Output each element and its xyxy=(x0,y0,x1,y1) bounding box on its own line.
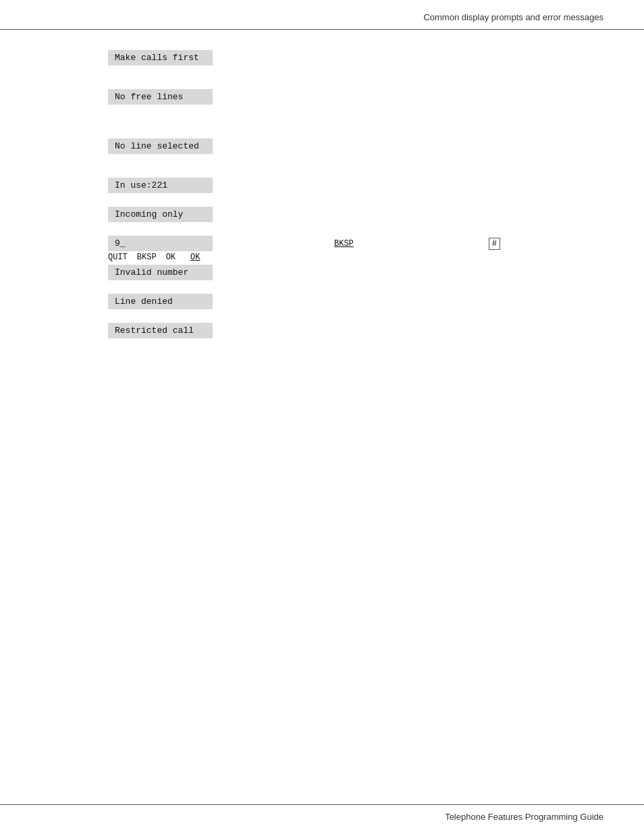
dial-line1: 9_ BKSP # xyxy=(108,236,603,251)
screen-in-use: In use:221 xyxy=(108,178,213,193)
softkey-quit: QUIT xyxy=(108,253,128,262)
screen-no-free-lines: No free lines xyxy=(108,89,213,105)
softkey-ok: OK xyxy=(166,253,176,262)
display-item-line-denied: Line denied xyxy=(108,294,603,311)
screen-make-calls-first: Make calls first xyxy=(108,50,213,66)
display-item-make-calls-first: Make calls first xyxy=(108,50,603,67)
display-item-invalid-number: Invalid number xyxy=(108,265,603,282)
dial-group: 9_ BKSP # QUIT BKSP OK OK xyxy=(108,236,603,262)
screen-incoming-only: Incoming only xyxy=(108,207,213,222)
display-item-no-line-selected: No line selected xyxy=(108,138,603,155)
display-item-restricted-call: Restricted call xyxy=(108,323,603,340)
screen-line-denied: Line denied xyxy=(108,294,213,309)
display-item-incoming-only: Incoming only xyxy=(108,207,603,224)
softkey-row: QUIT BKSP OK OK xyxy=(108,253,603,262)
display-item-no-free-lines: No free lines xyxy=(108,89,603,106)
display-item-in-use: In use:221 xyxy=(108,178,603,194)
page-footer: Telephone Features Programming Guide xyxy=(0,804,644,834)
page-content: Make calls first No free lines No line s… xyxy=(0,30,644,392)
softkey-ok-underline: OK xyxy=(190,253,200,262)
far-bksp-label: BKSP xyxy=(334,239,354,249)
softkey-bksp: BKSP xyxy=(137,253,157,262)
header-title: Common display prompts and error message… xyxy=(423,12,603,22)
screen-restricted-call: Restricted call xyxy=(108,323,213,338)
footer-title: Telephone Features Programming Guide xyxy=(445,812,603,822)
hash-box: # xyxy=(489,238,500,250)
page-header: Common display prompts and error message… xyxy=(0,0,644,30)
screen-no-line-selected: No line selected xyxy=(108,138,213,154)
screen-dial: 9_ xyxy=(108,236,213,251)
screen-invalid-number: Invalid number xyxy=(108,265,213,280)
